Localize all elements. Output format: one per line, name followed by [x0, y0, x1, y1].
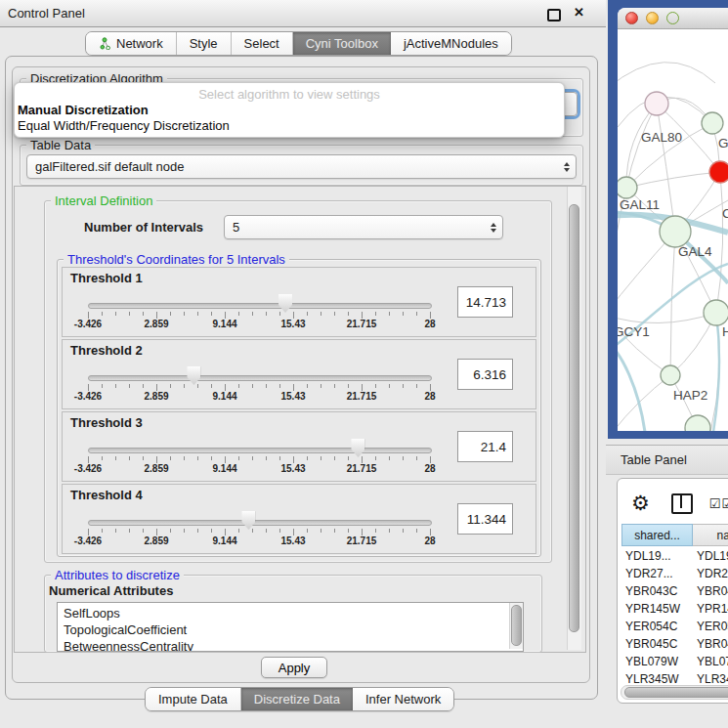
node-label: C — [722, 206, 728, 221]
tab-cyni-toolbox[interactable]: Cyni Toolbox — [293, 32, 391, 55]
attribute-list-item[interactable]: BetweennessCentrality — [58, 638, 523, 652]
attributes-group: Attributes to discretize Numerical Attri… — [44, 575, 542, 653]
cell-shared-name: YBL079W — [621, 655, 693, 668]
interval-definition-group: Interval Definition Number of Intervals … — [44, 200, 552, 563]
zoom-traffic-light-icon[interactable] — [666, 12, 679, 24]
slider-tick — [88, 384, 89, 391]
slider-track[interactable] — [88, 303, 432, 309]
slider-tick — [252, 529, 253, 533]
slider-tick-label: 15.43 — [280, 391, 305, 402]
node-label: HAP2 — [673, 388, 707, 403]
numerical-attributes-list[interactable]: SelfLoopsTopologicalCoefficientBetweenne… — [57, 602, 524, 652]
column-header-name[interactable]: name — [693, 524, 728, 546]
select-columns-icon[interactable]: ☑☑ — [709, 496, 728, 511]
slider-tick — [321, 456, 321, 460]
cell-name: YDR27 — [693, 567, 728, 580]
close-icon[interactable]: ✕ — [574, 5, 584, 20]
scrollbar-thumb[interactable] — [511, 605, 522, 646]
slider-tick — [170, 529, 171, 533]
slider-tick-label: -3.426 — [74, 391, 102, 402]
algorithm-dropdown-popup: Select algorithm to view settings Manual… — [14, 82, 565, 138]
slider-thumb[interactable] — [278, 294, 292, 313]
num-intervals-combobox[interactable]: 5 — [224, 215, 503, 239]
network-node-green[interactable] — [618, 177, 637, 198]
table-row[interactable]: YBR043CYBR04 — [621, 582, 728, 600]
table-row[interactable]: YPR145WYPR14 — [621, 600, 728, 618]
slider-thumb[interactable] — [351, 439, 364, 457]
network-node-green[interactable] — [661, 365, 680, 385]
slider-tick-label: 28 — [424, 319, 435, 329]
slider-tick — [430, 312, 431, 319]
slider-track[interactable] — [88, 375, 432, 381]
threshold-value-box[interactable]: 6.316 — [457, 359, 513, 390]
network-node-green[interactable] — [702, 112, 723, 134]
slider-thumb[interactable] — [187, 366, 200, 385]
split-columns-icon[interactable] — [671, 493, 693, 514]
table-row[interactable]: YDL19...YDL19 — [621, 547, 728, 565]
slider-tick — [375, 456, 376, 460]
threshold-value-box[interactable]: 21.4 — [457, 431, 513, 462]
tab-label: Impute Data — [158, 692, 228, 707]
tab-style[interactable]: Style — [177, 32, 232, 55]
node-label: G — [718, 136, 728, 150]
table-row[interactable]: YER054CYER05 — [621, 618, 728, 635]
network-node-green[interactable] — [704, 300, 728, 325]
thresholds-group: Threshold's Coordinates for 5 Intervals … — [57, 259, 541, 557]
table-row[interactable]: YLR345WYLR34 — [621, 670, 728, 685]
scrollbar-thumb[interactable] — [569, 204, 579, 632]
network-node-green[interactable] — [660, 216, 691, 247]
network-window-titlebar[interactable] — [618, 8, 728, 29]
table-row[interactable]: YDR27...YDR27 — [621, 565, 728, 582]
close-traffic-light-icon[interactable] — [625, 12, 638, 24]
attribute-list-item[interactable]: TopologicalCoefficient — [58, 621, 523, 638]
table-row[interactable]: YBL079WYBL07 — [621, 653, 728, 670]
slider-tick-label: 9.144 — [212, 319, 236, 329]
network-node-red[interactable] — [709, 161, 728, 183]
slider-tick-label: 9.144 — [212, 391, 236, 402]
combo-stepper-icon[interactable] — [491, 223, 496, 233]
tab-select[interactable]: Select — [232, 32, 293, 55]
attributes-list-scrollbar[interactable] — [509, 603, 523, 649]
slider-tick — [293, 456, 294, 463]
slider-track[interactable] — [88, 448, 432, 453]
slider-tick — [252, 312, 253, 316]
thick-edge — [618, 340, 645, 431]
settings-vertical-scrollbar[interactable] — [567, 187, 581, 650]
float-window-icon[interactable] — [547, 9, 561, 21]
apply-button[interactable]: Apply — [261, 657, 327, 678]
slider-tick — [362, 384, 363, 391]
table-row[interactable]: YBR045CYBR04 — [621, 635, 728, 653]
slider-track[interactable] — [88, 520, 432, 526]
slider-tick — [279, 456, 280, 460]
slider-tick — [197, 312, 198, 316]
network-node-pink[interactable] — [645, 92, 668, 115]
slider-tick — [416, 529, 417, 533]
slider-tick — [293, 312, 294, 319]
table-horizontal-scrollbar[interactable] — [621, 685, 728, 700]
tab-discretize-data[interactable]: Discretize Data — [241, 688, 353, 710]
dropdown-option-equal-width[interactable]: Equal Width/Frequency Discretization — [15, 118, 564, 134]
slider-tick — [143, 384, 144, 388]
column-header-shared-name[interactable]: shared... — [621, 524, 693, 546]
network-node-green[interactable] — [685, 415, 710, 431]
combo-stepper-icon[interactable] — [564, 162, 570, 172]
tab-impute-data[interactable]: Impute Data — [146, 688, 241, 710]
gear-icon[interactable]: ⚙ — [631, 492, 650, 515]
cell-shared-name: YER054C — [621, 620, 693, 633]
slider-tick — [170, 312, 171, 316]
table-data-combobox[interactable]: galFiltered.sif default node — [26, 154, 577, 179]
slider-thumb[interactable] — [241, 511, 255, 530]
tab-network[interactable]: Network — [86, 32, 177, 55]
threshold-value-box[interactable]: 11.344 — [457, 503, 513, 535]
scrollbar-thumb[interactable] — [624, 687, 728, 698]
bottom-tab-bar: Impute DataDiscretize DataInfer Network — [145, 687, 454, 711]
slider-tick — [403, 312, 404, 316]
attribute-list-item[interactable]: SelfLoops — [58, 605, 523, 621]
tab-jactivemnodules[interactable]: jActiveMNodules — [391, 32, 511, 55]
tab-infer-network[interactable]: Infer Network — [353, 688, 453, 710]
minimize-traffic-light-icon[interactable] — [646, 12, 659, 24]
threshold-value-box[interactable]: 14.713 — [457, 286, 513, 318]
network-canvas[interactable]: GAL80GCGAL11GAL4GCY1HHAP2 — [618, 29, 728, 431]
dropdown-option-manual[interactable]: Manual Discretization — [15, 103, 564, 118]
slider-tick-label: 2.859 — [144, 463, 168, 474]
